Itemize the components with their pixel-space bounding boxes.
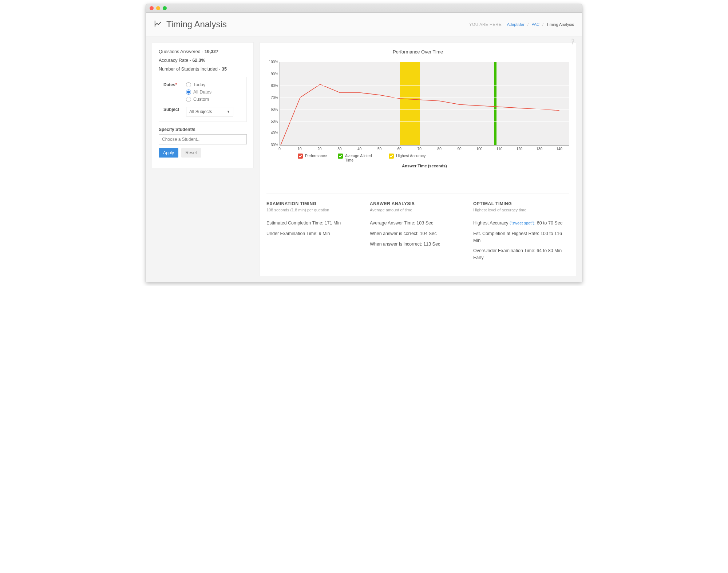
radio-today[interactable]: Today [186,82,211,87]
summary-optimal: OPTIMAL TIMING Highest level of accuracy… [473,201,569,265]
chevron-down-icon: ▼ [227,110,230,114]
reset-button[interactable]: Reset [181,148,201,158]
page-header: Timing Analysis YOU ARE HERE: AdaptiBar … [146,13,582,36]
legend-highest-accuracy[interactable]: Highest Accuracy [389,154,426,159]
dates-label: Dates* [163,82,186,87]
window-titlebar [146,4,582,13]
radio-custom[interactable]: Custom [186,97,211,102]
maximize-icon[interactable] [163,6,167,10]
breadcrumb: YOU ARE HERE: AdaptiBar / PAC / Timing A… [469,22,574,27]
chart: 30%40%50%60%70%80%90%100% 01020304050607… [266,62,569,183]
legend-avg-time[interactable]: Average Alloted Time [338,154,378,162]
summary: EXAMINATION TIMING 108 seconds (1.8 min)… [266,194,569,265]
chart-title: Performance Over Time [266,49,569,55]
subject-label: Subject [163,107,186,112]
chart-line-icon [154,20,162,29]
breadcrumb-link-pac[interactable]: PAC [531,22,539,27]
summary-answer: ANSWER ANALYSIS Average amount of time A… [370,201,466,265]
legend-performance[interactable]: Performance [298,154,327,159]
minimize-icon[interactable] [156,6,160,10]
subject-select[interactable]: All Subjects ▼ [186,107,233,116]
page-title: Timing Analysis [166,19,227,29]
sidebar: Questions Answered - 19,327 Accuracy Rat… [152,42,254,168]
breadcrumb-link-adaptibar[interactable]: AdaptiBar [507,22,525,27]
filter-block: Dates* Today All Dates Cus [159,77,247,122]
stat-accuracy: Accuracy Rate - 62.3% [159,58,247,63]
chart-legend: Performance Average Alloted Time Highest… [298,154,569,162]
specify-students-label: Specify Student/s [159,127,247,132]
close-icon[interactable] [150,6,154,10]
main-panel: Performance Over Time 30%40%50%60%70%80%… [260,42,576,276]
stat-questions: Questions Answered - 19,327 [159,49,247,54]
sweet-spot-line: Highest Accuracy ("sweet spot"): 60 to 7… [473,220,569,227]
page-body: ❔ Questions Answered - 19,327 Accuracy R… [146,36,582,282]
window-frame: Timing Analysis YOU ARE HERE: AdaptiBar … [146,4,582,282]
radio-all-dates[interactable]: All Dates [186,89,211,95]
student-input[interactable]: Choose a Student... [159,134,247,144]
breadcrumb-label: YOU ARE HERE: [469,22,503,27]
x-axis-label: Answer Time (seconds) [280,164,569,168]
help-icon[interactable]: ❔ [569,39,575,44]
summary-exam: EXAMINATION TIMING 108 seconds (1.8 min)… [266,201,363,265]
apply-button[interactable]: Apply [159,148,178,158]
stat-students: Number of Students Included - 35 [159,67,247,72]
breadcrumb-current: Timing Analysis [546,22,574,27]
